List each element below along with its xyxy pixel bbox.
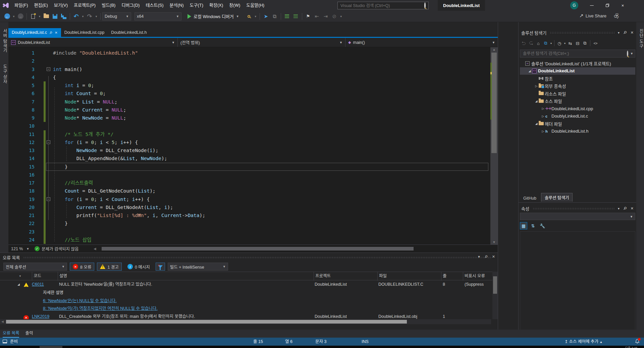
navigate-back-dropdown[interactable]: ▾ (12, 12, 16, 20)
increase-indent-icon[interactable] (292, 12, 300, 20)
expanded-arrow-icon[interactable]: ◢ (534, 99, 539, 103)
code-line[interactable]: 6 int Count = 0; (8, 89, 490, 97)
save-all-icon[interactable] (60, 12, 68, 20)
column-header-2[interactable]: 설명 (58, 272, 314, 281)
column-header-5[interactable]: 줄 (441, 272, 463, 281)
tree-item[interactable]: ◢소스 파일 (520, 97, 635, 105)
feedback-icon[interactable]: 🗫 (614, 13, 619, 19)
navbar-member-dropdown[interactable]: ◆ main()▼ (345, 38, 498, 47)
panel-options-icon[interactable]: ▾ (618, 207, 620, 210)
pending-changes-filter-icon[interactable]: ◷ (556, 40, 563, 47)
editor-scrollbar-thumb[interactable] (491, 53, 497, 153)
clear-bookmarks-icon[interactable]: ⊘ (330, 12, 338, 20)
code-line[interactable]: 4{ (8, 73, 490, 81)
editor-vertical-scrollbar[interactable]: ▲ ▼ (490, 47, 498, 245)
errors-filter-button[interactable]: ✕ 8 오류 (70, 263, 94, 271)
expand-arrow-icon[interactable]: ◢ (17, 280, 20, 289)
error-row[interactable]: ✕LNK2019DLL_CreateNode 외부 기호(참조 위치: main… (0, 312, 498, 319)
bottom-tab-오류 목록[interactable]: 오류 목록 (3, 330, 19, 338)
filter-dropdown[interactable]: ▾ (563, 40, 567, 47)
pin-icon[interactable]: ⚲ (622, 206, 628, 211)
navigate-cursor-icon[interactable]: ➤ (262, 12, 270, 20)
code-line[interactable]: 24 //노드 삽입 (8, 236, 490, 244)
tree-item[interactable]: ▷hDoubleLinkedList.h (520, 128, 635, 135)
error-list-vscrollbar[interactable] (492, 272, 498, 319)
panel-drag-handle[interactable] (533, 207, 614, 209)
find-dropdown[interactable]: ▾ (254, 12, 258, 20)
tree-item[interactable]: ◢++DoubleLinkedList (520, 67, 635, 75)
error-scope-dropdown[interactable]: 전체 솔루션▼ (3, 263, 67, 271)
menu-item-10[interactable]: 확장(X) (206, 0, 226, 11)
home-icon[interactable]: ⌂ (535, 40, 542, 47)
panel-drag-handle[interactable] (23, 256, 492, 258)
collapsed-arrow-icon[interactable]: ▷ (541, 107, 545, 110)
error-row[interactable]: ◢C6011NULL 포인터 'NewNode'을(를) 역참조하고 있습니다.… (0, 280, 498, 289)
error-detail-link[interactable]: 6: 'NewNode'은(는) NULL일 수 있습니다. (43, 297, 117, 305)
error-vscrollbar-thumb[interactable] (493, 276, 497, 294)
navbar-scope-dropdown[interactable]: (전역 범위)▼ (178, 38, 345, 47)
error-list-header[interactable]: 오류 목록 (0, 253, 498, 262)
close-panel-icon[interactable]: ✕ (631, 206, 634, 211)
error-hscrollbar-thumb[interactable] (6, 320, 407, 324)
column-header-1[interactable]: 코드 (32, 272, 58, 281)
menu-item-6[interactable]: 디버그(D) (118, 0, 143, 11)
scroll-left-arrow[interactable]: ◀ (94, 247, 96, 251)
code-line[interactable]: 16 (8, 171, 490, 179)
code-line[interactable]: 2 (8, 57, 490, 65)
categorized-icon[interactable]: ▦ (520, 222, 527, 229)
menu-item-5[interactable]: 빌드(B) (99, 0, 118, 11)
left-strip-tab-1[interactable]: 서버 탐색기 (2, 24, 8, 58)
code-line[interactable]: 7 Node* List = NULL; (8, 98, 490, 106)
live-share-button[interactable]: ↗ Live Share 🗫 (579, 13, 619, 19)
tree-item[interactable]: ◢헤더 파일 (520, 120, 635, 128)
redo-icon[interactable]: ↷ (86, 12, 94, 20)
messages-filter-button[interactable]: i 0 메시지 (124, 263, 153, 271)
code-line[interactable]: 10 (8, 122, 490, 130)
search-dropdown[interactable]: ▼ (630, 52, 635, 55)
alphabetical-icon[interactable]: ⇅ (529, 222, 537, 229)
expanded-arrow-icon[interactable]: ◢ (534, 122, 539, 125)
code-line[interactable]: 19 for (i = 0; i < Count; i++) { (8, 195, 490, 203)
menu-item-9[interactable]: 도구(T) (187, 0, 207, 11)
properties-titlebar[interactable]: 속성 ▾ ⚲ ✕ (519, 204, 636, 213)
left-strip-tab-2[interactable]: 도구 상자 (2, 60, 8, 88)
add-to-source-control-button[interactable]: ↥ 소스 제어에 추가 ▲ (565, 338, 602, 346)
minimize-button[interactable] (584, 0, 599, 11)
collapsed-arrow-icon[interactable]: ▷ (541, 115, 545, 118)
code-line[interactable]: 5 int i = 0; (8, 81, 490, 89)
tree-item[interactable]: ▷✛✛DoubleLinkedList.cpp (520, 105, 635, 113)
navbar-project-dropdown[interactable]: ++ DoubleLinkedList▼ (8, 38, 178, 47)
solution-configuration-dropdown[interactable]: Debug▼ (102, 12, 131, 20)
navigate-back-icon[interactable]: ← (3, 12, 11, 20)
tree-item[interactable]: 리소스 파일 (520, 90, 635, 97)
account-avatar[interactable]: G (570, 1, 578, 9)
switch-views-dropdown[interactable]: ▾ (549, 40, 553, 47)
menu-item-4[interactable]: 프로젝트(P) (71, 0, 99, 11)
pin-icon[interactable]: ⚲ (622, 30, 628, 35)
collapsed-arrow-icon[interactable]: ▷ (541, 130, 545, 133)
navigate-forward-icon[interactable]: → (16, 12, 24, 20)
code-line[interactable]: 11 /* 노드 5개 추가 */ (8, 130, 490, 138)
global-search-input[interactable] (338, 3, 422, 8)
undo-icon[interactable]: ↶ (72, 12, 80, 20)
code-line[interactable]: 14 DLL_AppendNode(&List, NewNode); (8, 154, 490, 162)
new-file-dropdown[interactable]: ▾ (38, 12, 42, 20)
undo-dropdown[interactable]: ▾ (81, 12, 85, 20)
start-debugging-button[interactable]: 로컬 Windows 디버거 ▼ (185, 12, 241, 21)
column-header-4[interactable]: 파일 (377, 272, 441, 281)
debugger-dropdown[interactable]: ▼ (236, 15, 239, 18)
menu-item-12[interactable]: 도움말(H) (243, 0, 267, 11)
show-all-files-icon[interactable]: <> (592, 40, 599, 47)
pin-icon[interactable]: ⚲ (483, 254, 488, 259)
column-header-3[interactable]: 프로젝트 (314, 272, 377, 281)
property-pages-icon[interactable]: 🔧 (539, 222, 546, 229)
tree-item[interactable]: 참조 (520, 75, 635, 82)
error-source-dropdown[interactable]: 빌드 + IntelliSense▼ (168, 263, 228, 271)
panel-options-icon[interactable]: ▾ (478, 255, 480, 259)
code-line[interactable]: 13 NewNode = DLL_CreateNode(i); (8, 146, 490, 154)
redo-dropdown[interactable]: ▾ (94, 12, 98, 20)
code-line[interactable]: 21 printf("List[%d] : %d₩n", i, Current-… (8, 211, 490, 219)
solution-explorer-titlebar[interactable]: 솔루션 탐색기 ▾ ⚲ ✕ (519, 28, 636, 37)
bookmark-dropdown[interactable]: ▾ (339, 12, 343, 20)
error-list-hscrollbar[interactable]: ◀ (0, 319, 491, 324)
